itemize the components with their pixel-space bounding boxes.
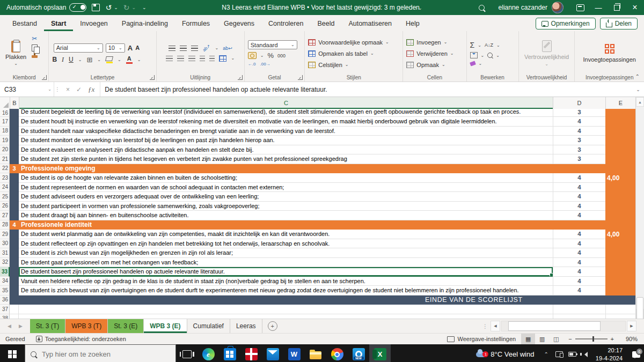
cell-B34[interactable] [10,277,19,286]
cell-E33[interactable] [605,267,636,277]
cell-B17[interactable] [10,117,19,127]
cell-D35[interactable]: 4 [553,286,605,295]
grow-font-icon[interactable]: A [128,44,133,52]
cell-C32[interactable]: De student gaat professioneel om met het… [19,258,553,268]
zoom-slider[interactable]: − + [563,336,619,342]
fill-color-icon[interactable] [106,56,113,63]
cell-D32[interactable]: 4 [553,258,605,268]
row-header-33[interactable]: 33 [0,267,10,277]
start-button[interactable] [0,344,25,362]
cell-B25[interactable] [10,192,19,202]
wrap-text-icon[interactable]: ab↩ [223,46,232,51]
scroll-up-icon[interactable]: ▲ [636,97,644,107]
comments-button[interactable]: Opmerkingen [536,18,596,29]
cell-D25[interactable]: 4 [553,192,605,202]
sheet-tab-cumulatief[interactable]: Cumulatief [187,319,230,333]
number-format-select[interactable]: Standaard⌄ [248,40,297,49]
cell-E38[interactable] [605,314,636,319]
alignment-dialog-launcher-icon[interactable] [238,75,243,80]
minimize-button[interactable]: — [589,0,608,15]
align-bottom-icon[interactable] [191,46,198,51]
fill-icon[interactable] [470,52,478,58]
decrease-indent-icon[interactable] [200,56,205,61]
cell-E17[interactable] [605,117,636,127]
cell-D29[interactable]: 4 [553,230,605,239]
align-top-icon[interactable] [169,46,175,51]
sheet-tab-wpb-3-e-[interactable]: WPB 3 (E) [144,319,187,333]
cell-C18[interactable]: De student handelt naar vakspecifieke di… [19,127,553,136]
row-header-27[interactable]: 27 [0,211,10,220]
weather-widget[interactable]: 1 8°C Veel wind [471,350,539,358]
accounting-format-icon[interactable] [248,52,257,59]
confirm-entry-icon[interactable]: ✓ [76,86,82,93]
zoom-slider-thumb[interactable] [592,336,595,342]
borders-icon[interactable]: ⊞ [86,56,92,64]
format-cells-button[interactable]: Opmaak⌄ [406,60,445,70]
save-icon[interactable] [92,4,100,11]
normal-view-button[interactable]: ▦ [521,334,535,344]
fill-handle[interactable] [550,273,553,277]
sheet-tab-leeras[interactable]: Leeras [230,319,262,333]
undo-icon[interactable]: ↺ [105,4,112,11]
cell-B30[interactable] [10,239,19,249]
cell-C33[interactable]: De student baseert zijn professioneel ha… [19,267,553,277]
name-box-chevron-icon[interactable]: ⌄ [48,87,52,92]
cell-C35[interactable]: De student is zich bewust van zijn overt… [19,286,553,295]
tab-controleren[interactable]: Controleren [261,17,310,31]
cell-C20[interactable]: De student evalueert en analyseert zijn … [19,145,553,155]
cell-D19[interactable]: 3 [553,136,605,145]
cell-B20[interactable] [10,145,19,155]
align-center-icon[interactable] [177,56,184,61]
underline-icon[interactable]: U [69,56,74,63]
cell-D26[interactable]: 4 [553,202,605,211]
share-button[interactable]: Delen [600,18,638,29]
page-break-view-button[interactable]: ◫ [549,334,563,344]
row-header-30[interactable]: 30 [0,239,10,249]
sheet-nav-right-icon[interactable]: ▶ [19,323,23,329]
cell-E31[interactable] [605,248,636,258]
sheet-tab-st-3-e-[interactable]: St. 3 (E) [108,319,144,333]
collapse-ribbon-icon[interactable]: ⌃ [635,73,640,79]
cell-B33[interactable] [10,267,19,277]
cell-B32[interactable] [10,258,19,268]
cell-C19[interactable]: De student monitort de verwerking van le… [19,136,553,145]
select-all-corner[interactable] [0,97,10,109]
row-header-35[interactable]: 35 [0,286,10,295]
italic-icon[interactable]: I [62,56,64,64]
cell-D17[interactable]: 4 [553,117,605,127]
cast-icon[interactable] [553,351,566,357]
gift-icon[interactable] [240,344,262,362]
row-header-32[interactable]: 32 [0,258,10,268]
toggle-switch-icon[interactable]: ✓ [69,3,86,12]
row-header-31[interactable]: 31 [0,248,10,258]
scroll-left-icon[interactable]: ◀ [491,321,500,331]
tab-pagina-indeling[interactable]: Pagina-indeling [115,17,175,31]
cell-E27[interactable] [605,211,636,220]
cell-B27[interactable] [10,211,19,220]
cell-E35[interactable] [605,286,636,295]
excel-icon[interactable]: X [369,344,391,362]
tab-formules[interactable]: Formules [175,17,217,31]
vertical-scrollbar[interactable]: ▲ ▼ [635,97,644,319]
explorer-icon[interactable] [305,344,326,362]
row-header-22[interactable]: 22 [0,164,10,174]
row-header-17[interactable]: 17 [0,117,10,127]
formula-input[interactable]: De student baseert zijn professioneel ha… [100,82,632,97]
cell-E16[interactable] [605,109,636,117]
cell-D28[interactable] [553,220,605,230]
scroll-right-icon[interactable]: ▶ [627,321,636,331]
copy-icon[interactable] [32,45,38,51]
tab-bestand[interactable]: Bestand [5,17,44,31]
cell-C34[interactable]: Vanuit een heldere reflectie op zijn ged… [19,277,553,286]
cell-D22[interactable] [553,164,605,174]
cell-E25[interactable] [605,192,636,202]
cell-D30[interactable]: 4 [553,239,605,249]
paste-button[interactable]: Plakken ⌄ [3,34,28,73]
font-dialog-launcher-icon[interactable] [150,75,155,80]
row-header-25[interactable]: 25 [0,192,10,202]
row-header-34[interactable]: 34 [0,277,10,286]
tray-expand-icon[interactable]: ⌃ [539,351,552,357]
cell-E21[interactable] [605,154,636,164]
name-box[interactable]: C33 ⌄ [0,82,54,97]
accessibility-status[interactable]: Toegankelijkheid: onderzoeken [31,334,131,344]
